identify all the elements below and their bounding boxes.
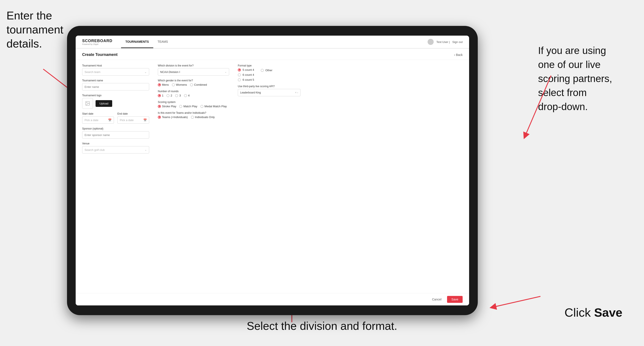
scoring-stroke[interactable]: Stroke Play	[158, 105, 176, 108]
sponsor-input[interactable]	[82, 131, 149, 139]
annotation-top-right: If you are using one of our live scoring…	[538, 43, 638, 113]
gender-combined-radio[interactable]	[190, 83, 193, 86]
gender-womens-radio[interactable]	[172, 83, 175, 86]
division-select[interactable]: NCAA Division I ⌄	[158, 68, 229, 76]
gender-womens[interactable]: Womens	[172, 83, 187, 86]
calendar-icon: 📅	[108, 119, 112, 122]
save-button[interactable]: Save	[447, 296, 463, 303]
api-label: Use third-party live scoring API?	[238, 85, 300, 88]
api-controls[interactable]: × ›	[295, 91, 298, 94]
end-date-input[interactable]: Pick a date 📅	[118, 116, 149, 124]
click-save-bold: Save	[594, 306, 622, 319]
gender-mens-radio[interactable]	[158, 83, 161, 86]
tournament-host-input[interactable]: Search team ⌄	[82, 68, 149, 76]
end-date-field: End date Pick a date 📅	[118, 112, 149, 124]
rounds-1[interactable]: 1	[158, 94, 164, 97]
annotation-top-left: Enter the tournament details.	[6, 9, 63, 51]
tournament-host-field: Tournament Host Search team ⌄	[82, 64, 149, 76]
gender-label: Which gender is the event for?	[158, 79, 229, 82]
rounds-4-radio[interactable]	[184, 94, 187, 97]
chevron-down-icon: ⌄	[144, 70, 147, 74]
api-value: Leaderboard King	[240, 91, 261, 94]
format-6count5-label: 6 count 5	[242, 78, 254, 81]
api-field: Use third-party live scoring API? Leader…	[238, 85, 300, 96]
navbar-tabs: TOURNAMENTS TEAMS	[121, 36, 172, 48]
rounds-2-label: 2	[170, 94, 172, 97]
division-label: Which division is the event for?	[158, 64, 229, 67]
format-5count4-radio[interactable]	[238, 68, 241, 71]
tournament-name-input[interactable]	[82, 83, 149, 90]
format-6count4-radio[interactable]	[238, 73, 241, 76]
rounds-4-label: 4	[188, 94, 190, 97]
format-6count4-label: 6 count 4	[242, 73, 254, 76]
scoring-field: Scoring system Stroke Play Match Play	[158, 101, 229, 108]
sponsor-label: Sponsor (optional)	[82, 127, 149, 130]
api-clear-icon[interactable]: ×	[295, 91, 296, 94]
cancel-button[interactable]: Cancel	[428, 296, 445, 303]
scoring-stroke-radio[interactable]	[158, 105, 161, 108]
scoring-stroke-label: Stroke Play	[162, 105, 176, 108]
rounds-3[interactable]: 3	[175, 94, 181, 97]
navbar-right: Test User | Sign out	[428, 39, 463, 45]
start-date-input[interactable]: Pick a date 📅	[82, 116, 114, 124]
rounds-label: Number of rounds	[158, 90, 229, 93]
rounds-2-radio[interactable]	[166, 94, 170, 97]
sign-out-link[interactable]: Sign out	[452, 40, 463, 44]
scoring-radio-group: Stroke Play Match Play Medal Match Play	[158, 105, 229, 108]
venue-field: Venue Search golf club ⌄	[82, 142, 149, 154]
rounds-3-radio[interactable]	[175, 94, 178, 97]
form-area: Tournament Host Search team ⌄ Tournament…	[76, 60, 469, 293]
event-individuals[interactable]: Individuals Only	[191, 116, 215, 119]
venue-input[interactable]: Search golf club ⌄	[82, 146, 149, 154]
division-value: NCAA Division I	[160, 70, 180, 74]
event-teams[interactable]: Teams (+Individuals)	[158, 116, 188, 119]
venue-placeholder: Search golf club	[84, 148, 105, 152]
tournament-host-label: Tournament Host	[82, 64, 149, 67]
upload-button[interactable]: Upload	[96, 100, 112, 107]
gender-combined[interactable]: Combined	[190, 83, 207, 86]
other-option: Other	[261, 68, 272, 81]
format-6count4[interactable]: 6 count 4	[238, 73, 254, 76]
scoring-medal-match[interactable]: Medal Match Play	[200, 105, 227, 108]
scoring-match-radio[interactable]	[179, 105, 182, 108]
format-other-radio[interactable]	[261, 69, 264, 72]
tab-tournaments[interactable]: TOURNAMENTS	[121, 36, 153, 48]
tournament-logo-field: Tournament logo Upload	[82, 94, 149, 109]
tab-teams[interactable]: TEAMS	[153, 36, 172, 48]
event-individuals-label: Individuals Only	[195, 116, 215, 119]
sponsor-field: Sponsor (optional)	[82, 127, 149, 139]
api-select[interactable]: Leaderboard King × ›	[238, 89, 300, 96]
annotation-bottom-center-text: Select the division and format.	[247, 320, 397, 332]
format-6count5[interactable]: 6 count 5	[238, 78, 254, 81]
format-type-label: Format type	[238, 64, 300, 67]
scoring-medal-match-label: Medal Match Play	[204, 105, 227, 108]
back-link[interactable]: Back	[454, 53, 463, 57]
event-type-field: Is this event for Teams and/or Individua…	[158, 111, 229, 119]
date-row: Start date Pick a date 📅 End date Pick a…	[82, 112, 149, 124]
rounds-1-radio[interactable]	[158, 94, 161, 97]
rounds-2[interactable]: 2	[166, 94, 172, 97]
click-save-prefix: Click	[564, 306, 594, 319]
format-5count4-label: 5 count 4	[242, 68, 254, 71]
format-6count5-radio[interactable]	[238, 78, 241, 81]
form-col-mid: Which division is the event for? NCAA Di…	[158, 64, 229, 289]
format-5count4[interactable]: 5 count 4	[238, 68, 254, 71]
main-content: Create Tournament Back Tournament Host S…	[76, 49, 469, 305]
event-type-radio-group: Teams (+Individuals) Individuals Only	[158, 116, 229, 119]
format-other[interactable]: Other	[261, 69, 272, 72]
svg-point-5	[86, 102, 87, 103]
user-avatar	[428, 39, 434, 45]
brand-name: SCOREBOARD	[82, 39, 112, 43]
gender-mens[interactable]: Mens	[158, 83, 169, 86]
event-teams-radio[interactable]	[158, 116, 161, 119]
rounds-1-label: 1	[162, 94, 164, 97]
tournament-name-field: Tournament name	[82, 79, 149, 90]
scoring-medal-match-radio[interactable]	[200, 105, 204, 108]
api-arrow-icon[interactable]: ›	[297, 91, 298, 94]
gender-combined-label: Combined	[194, 83, 207, 86]
scoring-match[interactable]: Match Play	[179, 105, 197, 108]
scoring-label: Scoring system	[158, 101, 229, 104]
event-individuals-radio[interactable]	[191, 116, 194, 119]
rounds-4[interactable]: 4	[184, 94, 190, 97]
rounds-3-label: 3	[179, 94, 181, 97]
